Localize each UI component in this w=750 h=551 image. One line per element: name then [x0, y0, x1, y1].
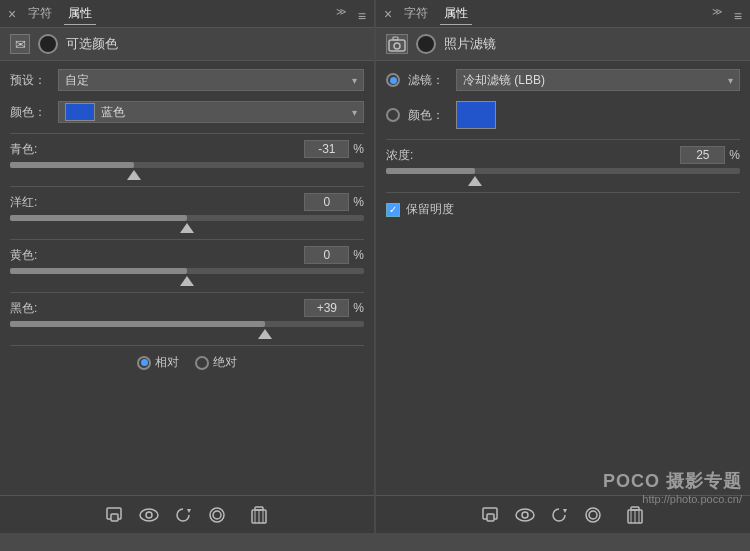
left-divider5 — [10, 345, 364, 346]
left-cyan-track[interactable] — [10, 162, 364, 168]
left-color-row: 颜色： 蓝色 ▾ — [10, 101, 364, 123]
right-footer-visibility-icon[interactable] — [583, 505, 603, 525]
left-panel-header: × 字符 属性 ≫ ≡ — [0, 0, 374, 28]
right-color-radio-outer — [386, 108, 400, 122]
left-yellow-header: 黄色: 0 % — [10, 246, 364, 264]
right-color-swatch[interactable] — [456, 101, 496, 129]
left-yellow-input[interactable]: 0 — [304, 246, 349, 264]
left-layer-icon-circle — [38, 34, 58, 54]
left-black-fill — [10, 321, 265, 327]
right-color-radio[interactable] — [386, 108, 400, 122]
right-density-label: 浓度: — [386, 147, 413, 164]
svg-point-18 — [522, 512, 528, 518]
left-cyan-value-box: -31 % — [304, 140, 364, 158]
left-footer-reset-icon[interactable] — [173, 505, 193, 525]
svg-point-21 — [589, 511, 597, 519]
right-filter-radio-outer — [386, 73, 400, 87]
right-color-row: 颜色： — [386, 101, 740, 129]
right-divider2 — [386, 192, 740, 193]
left-preset-label: 预设： — [10, 72, 50, 89]
left-magenta-track[interactable] — [10, 215, 364, 221]
left-color-swatch[interactable] — [65, 103, 95, 121]
left-cyan-thumb[interactable] — [127, 170, 141, 180]
right-density-header: 浓度: 25 % — [386, 146, 740, 164]
right-panel-content: 滤镜： 冷却滤镜 (LBB) ▾ 颜色： 浓度: 25 % — [376, 61, 750, 495]
svg-point-13 — [394, 43, 400, 49]
left-black-value-box: +39 % — [304, 299, 364, 317]
right-layer-icon-camera — [386, 34, 408, 54]
left-black-thumb-row — [10, 329, 364, 339]
left-radio-row: 相对 绝对 — [10, 354, 364, 371]
left-cyan-input[interactable]: -31 — [304, 140, 349, 158]
right-footer-eye-icon[interactable] — [515, 505, 535, 525]
left-radio-absolute[interactable]: 绝对 — [195, 354, 237, 371]
left-yellow-track[interactable] — [10, 268, 364, 274]
right-density-input[interactable]: 25 — [680, 146, 725, 164]
right-watermark: POCO 摄影专题 http://photo.poco.cn/ — [603, 469, 742, 495]
left-black-input[interactable]: +39 — [304, 299, 349, 317]
right-preserve-checkbox[interactable]: ✓ — [386, 203, 400, 217]
right-density-thumb-row — [386, 176, 740, 186]
left-footer — [0, 495, 374, 533]
right-divider1 — [386, 139, 740, 140]
left-footer-visibility-icon[interactable] — [207, 505, 227, 525]
left-tab-characters[interactable]: 字符 — [24, 3, 56, 24]
right-density-track[interactable] — [386, 168, 740, 174]
right-density-pct: % — [729, 148, 740, 162]
right-filter-radio-inner — [390, 77, 397, 84]
right-layer-type-label: 照片滤镜 — [444, 35, 496, 53]
left-color-name: 蓝色 — [101, 104, 125, 121]
left-menu-icon[interactable]: ≡ — [358, 8, 366, 24]
left-layer-bar: ✉ 可选颜色 — [0, 28, 374, 61]
right-collapse-icon[interactable]: ≫ — [712, 6, 722, 17]
right-tab-characters[interactable]: 字符 — [400, 3, 432, 24]
left-black-thumb[interactable] — [258, 329, 272, 339]
right-tab-properties[interactable]: 属性 — [440, 3, 472, 25]
left-yellow-value-box: 0 % — [304, 246, 364, 264]
left-black-section: 黑色: +39 % — [10, 299, 364, 339]
left-cyan-pct: % — [353, 142, 364, 156]
left-close-btn[interactable]: × — [8, 6, 16, 22]
left-footer-mask-icon[interactable] — [105, 505, 125, 525]
left-preset-select[interactable]: 自定 ▾ — [58, 69, 364, 91]
left-magenta-thumb[interactable] — [180, 223, 194, 233]
left-magenta-label: 洋红: — [10, 194, 37, 211]
right-filter-select[interactable]: 冷却滤镜 (LBB) ▾ — [456, 69, 740, 91]
right-footer-mask-icon[interactable] — [481, 505, 501, 525]
left-magenta-value-box: 0 % — [304, 193, 364, 211]
left-yellow-thumb-row — [10, 276, 364, 286]
right-footer-trash-icon[interactable] — [625, 505, 645, 525]
svg-point-20 — [586, 508, 600, 522]
right-density-thumb[interactable] — [468, 176, 482, 186]
left-yellow-section: 黄色: 0 % — [10, 246, 364, 286]
left-divider1 — [10, 133, 364, 134]
left-radio-relative[interactable]: 相对 — [137, 354, 179, 371]
right-footer-reset-icon[interactable] — [549, 505, 569, 525]
svg-marker-19 — [563, 509, 567, 513]
left-collapse-icon[interactable]: ≫ — [336, 6, 346, 17]
right-filter-arrow: ▾ — [728, 75, 733, 86]
left-yellow-fill — [10, 268, 187, 274]
left-layer-icon-mask: ✉ — [10, 34, 30, 54]
svg-point-3 — [146, 512, 152, 518]
svg-rect-1 — [111, 514, 118, 521]
left-radio-relative-label: 相对 — [155, 354, 179, 371]
svg-rect-14 — [393, 37, 398, 40]
right-preserve-row: ✓ 保留明度 — [386, 201, 740, 218]
left-footer-eye-icon[interactable] — [139, 505, 159, 525]
left-magenta-input[interactable]: 0 — [304, 193, 349, 211]
left-divider2 — [10, 186, 364, 187]
right-menu-icon[interactable]: ≡ — [734, 8, 742, 24]
left-black-track[interactable] — [10, 321, 364, 327]
left-color-select[interactable]: 蓝色 ▾ — [58, 101, 364, 123]
svg-point-2 — [140, 509, 158, 521]
right-filter-radio[interactable] — [386, 73, 400, 87]
left-tab-properties[interactable]: 属性 — [64, 3, 96, 25]
left-radio-absolute-outer — [195, 356, 209, 370]
left-footer-trash-icon[interactable] — [249, 505, 269, 525]
left-bottom-strip — [0, 533, 374, 551]
left-radio-relative-inner — [141, 359, 148, 366]
right-close-btn[interactable]: × — [384, 6, 392, 22]
left-yellow-thumb[interactable] — [180, 276, 194, 286]
left-divider4 — [10, 292, 364, 293]
